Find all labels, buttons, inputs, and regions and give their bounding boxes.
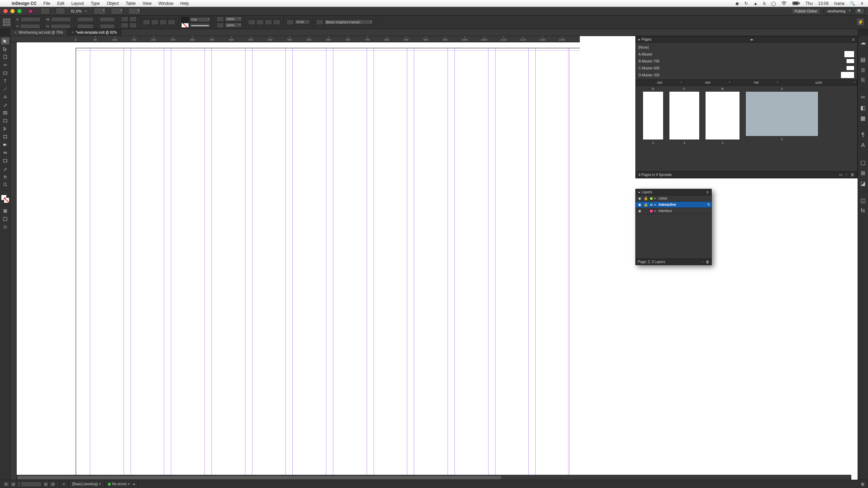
master-row[interactable]: [None]	[636, 44, 857, 51]
swatches-panel-icon[interactable]: ▦	[859, 115, 867, 121]
flip-v-button[interactable]	[129, 23, 137, 28]
panel-menu-icon[interactable]: ≡	[706, 190, 709, 195]
type-tool[interactable]: T	[1, 77, 9, 84]
preflight-profile[interactable]: [Basic] (working) ▾	[69, 480, 105, 488]
effects-fx-button[interactable]	[216, 16, 224, 22]
pages-panel-icon[interactable]: ▤	[859, 56, 867, 63]
maximize-window-button[interactable]	[17, 9, 22, 13]
screen-mode-preview-button[interactable]	[1, 224, 9, 230]
scissors-tool[interactable]	[1, 125, 9, 132]
page-tool[interactable]	[1, 53, 9, 60]
evernote-icon[interactable]: ◉	[735, 1, 739, 6]
width-field[interactable]	[51, 17, 71, 22]
pen-tool[interactable]	[1, 93, 9, 100]
apply-color-button[interactable]	[1, 208, 9, 214]
select-prev-button[interactable]	[159, 19, 167, 25]
rotation-field[interactable]	[100, 17, 115, 22]
prev-page-button[interactable]: ◂	[10, 481, 16, 487]
publish-online-button[interactable]: Publish Online	[791, 8, 821, 14]
opacity-select[interactable]: 100%	[225, 16, 242, 22]
gradient-swatch-tool[interactable]	[1, 141, 9, 148]
collapse-icon[interactable]: ▸	[639, 190, 640, 194]
visibility-toggle-icon[interactable]: ◉	[637, 203, 642, 207]
preflight-status[interactable]: No errors ▾	[105, 480, 133, 488]
close-tab-icon[interactable]: ×	[15, 31, 17, 34]
edit-page-size-icon[interactable]: ▭	[839, 173, 842, 177]
menu-edit[interactable]: Edit	[54, 1, 68, 6]
page-thumbnail-active[interactable]	[745, 91, 818, 136]
layer-row[interactable]: ◉ 🔒 ▸ notes	[636, 195, 711, 202]
menu-view[interactable]: View	[139, 1, 155, 6]
battery-icon[interactable]	[792, 1, 800, 5]
page-spread[interactable]	[76, 48, 583, 480]
horizontal-ruler[interactable]: 0501001502002503003504004505005506006507…	[10, 36, 580, 42]
zoom-level[interactable]: 81,6%	[71, 9, 82, 13]
panel-menu-icon[interactable]: ≡	[852, 37, 854, 42]
last-page-button[interactable]: ⇥	[50, 481, 56, 487]
direct-selection-tool[interactable]	[1, 45, 9, 52]
expand-layer-icon[interactable]: ▸	[654, 197, 657, 200]
master-row[interactable]: C-Master 600	[636, 65, 857, 71]
select-container-button[interactable]	[143, 19, 150, 25]
shear-field[interactable]	[100, 24, 115, 29]
x-field[interactable]	[20, 17, 41, 22]
stroke-style-select[interactable]	[190, 23, 210, 28]
screen-mode-normal-button[interactable]	[1, 216, 9, 222]
first-page-button[interactable]: ⇤	[3, 481, 9, 487]
close-window-button[interactable]	[3, 9, 8, 13]
spotlight-icon[interactable]: 🔍	[850, 1, 855, 6]
menu-type[interactable]: Type	[87, 1, 103, 6]
links-panel-icon[interactable]: ⎘	[859, 77, 867, 84]
split-view-icon[interactable]: ▥	[858, 482, 868, 486]
drop-shadow-button[interactable]	[216, 23, 224, 28]
stroke-weight-select[interactable]: 0 pt	[190, 17, 210, 22]
document-tab[interactable]: × Wireframing set.indd @ 75%	[10, 29, 67, 36]
menu-table[interactable]: Table	[122, 1, 139, 6]
zoom-tool[interactable]	[1, 181, 9, 188]
quick-apply-button[interactable]: ⚡	[856, 18, 865, 26]
blend-mode-select[interactable]: 100%	[225, 23, 242, 28]
close-tab-icon[interactable]: ×	[72, 31, 74, 34]
color-panel-icon[interactable]: ◧	[859, 104, 867, 111]
pencil-tool[interactable]	[1, 101, 9, 108]
scale-x-field[interactable]	[77, 17, 94, 22]
expand-layer-icon[interactable]: ▸	[654, 209, 657, 212]
paragraph-styles-icon[interactable]: ¶	[859, 132, 867, 138]
fill-stroke-swatch[interactable]	[1, 195, 9, 203]
select-next-button[interactable]	[168, 19, 175, 25]
hand-tool[interactable]	[1, 173, 9, 180]
wifi-icon[interactable]	[781, 1, 787, 6]
eyedropper-tool[interactable]	[1, 165, 9, 172]
next-page-button[interactable]: ▸	[43, 481, 49, 487]
select-content-button[interactable]	[151, 19, 159, 25]
expand-layer-icon[interactable]: ▸	[654, 203, 657, 206]
text-wrap-shape-button[interactable]	[265, 19, 272, 25]
dropbox-icon[interactable]: ▲	[753, 1, 758, 6]
panel-titlebar[interactable]: ▸Pages ◂▸ ≡	[636, 36, 857, 43]
scale-y-field[interactable]	[77, 24, 94, 29]
line-tool[interactable]	[1, 85, 9, 92]
fill-swatch[interactable]	[181, 17, 189, 22]
bridge-button[interactable]	[40, 8, 50, 15]
rectangle-frame-tool[interactable]	[1, 109, 9, 116]
collapse-icon[interactable]: ▸	[639, 37, 640, 41]
new-page-icon[interactable]: ▫	[846, 173, 847, 177]
panel-titlebar[interactable]: ▸Layers ≡	[636, 189, 711, 195]
object-style-select[interactable]: [Basic Graphics Frame]+	[324, 19, 373, 25]
size-cell[interactable]: 768	[732, 81, 781, 84]
screen-mode-button[interactable]	[111, 8, 123, 15]
lock-toggle-icon[interactable]: 🔒	[643, 203, 648, 207]
minimize-window-button[interactable]	[10, 9, 15, 13]
text-wrap-icon[interactable]: ◫	[859, 197, 867, 204]
character-styles-icon[interactable]: A	[859, 142, 867, 149]
size-cell[interactable]: 320	[636, 81, 684, 84]
align-panel-icon[interactable]: ⊞	[859, 169, 867, 176]
menu-layout[interactable]: Layout	[68, 1, 87, 6]
size-cell[interactable]: 1200	[780, 81, 857, 84]
stock-button[interactable]	[56, 8, 65, 15]
horizontal-scrollbar[interactable]	[17, 475, 851, 480]
lock-toggle-icon[interactable]: 🔒	[643, 196, 648, 200]
current-page-field[interactable]	[17, 481, 42, 487]
corner-radius-field[interactable]	[295, 19, 310, 24]
page-thumbnail[interactable]	[705, 91, 740, 140]
